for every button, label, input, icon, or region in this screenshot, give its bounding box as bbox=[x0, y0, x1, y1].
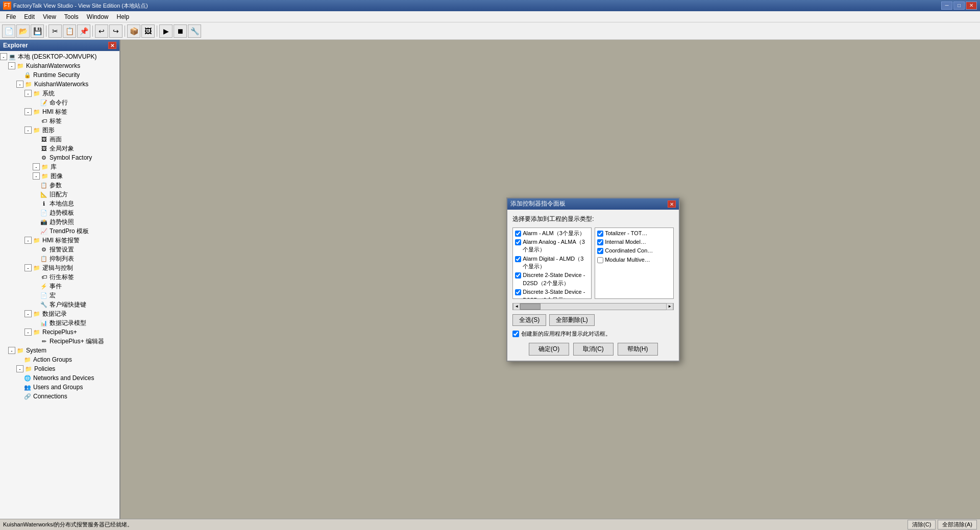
tree-item[interactable]: 📈TrendPro 模板 bbox=[0, 226, 119, 236]
help-button[interactable]: 帮助(H) bbox=[618, 343, 658, 356]
checklist-left[interactable]: Alarm - ALM（3个显示）Alarm Analog - ALMA（3个显… bbox=[512, 228, 592, 299]
select-all-button[interactable]: 全选(S) bbox=[512, 314, 546, 326]
check-item[interactable]: Internal Model… bbox=[596, 238, 672, 246]
tree-item[interactable]: -📁KuishanWaterworks bbox=[0, 61, 119, 70]
tree-toggle[interactable]: - bbox=[33, 163, 40, 170]
menu-item-view[interactable]: View bbox=[39, 12, 60, 21]
tree-item[interactable]: 🔗Connections bbox=[0, 392, 119, 401]
menu-item-help[interactable]: Help bbox=[113, 12, 134, 21]
tree-item[interactable]: 👥Users and Groups bbox=[0, 383, 119, 392]
tree-item[interactable]: -📁HMI 标签报警 bbox=[0, 236, 119, 245]
scrollbar-thumb[interactable] bbox=[520, 304, 541, 310]
check-item[interactable]: Alarm Analog - ALMA（3个显示） bbox=[514, 238, 590, 255]
tree-item[interactable]: ⚙报警设置 bbox=[0, 245, 119, 254]
cancel-button[interactable]: 取消(C) bbox=[573, 343, 614, 356]
check-item-checkbox[interactable] bbox=[597, 257, 603, 263]
new-button[interactable]: 📄 bbox=[2, 24, 15, 38]
tree-item[interactable]: -📁图形 bbox=[0, 125, 119, 135]
check-item[interactable]: Modular Multive… bbox=[596, 256, 672, 264]
tree-toggle[interactable]: - bbox=[33, 172, 40, 180]
check-item-checkbox[interactable] bbox=[515, 272, 521, 279]
check-item[interactable]: Discrete 2-State Device - D2SD（2个显示） bbox=[514, 271, 590, 288]
tree-item[interactable]: -📁数据记录 bbox=[0, 309, 119, 318]
check-item[interactable]: Alarm Digital - ALMD（3个显示） bbox=[514, 255, 590, 271]
check-item[interactable]: Totalizer - TOT… bbox=[596, 229, 672, 238]
tree-item[interactable]: 🔧客户端快捷键 bbox=[0, 300, 119, 309]
tree-toggle[interactable]: - bbox=[24, 237, 32, 244]
tree-toggle[interactable]: - bbox=[24, 127, 32, 134]
tree-toggle[interactable]: - bbox=[24, 310, 32, 317]
tree-item[interactable]: 🌐Networks and Devices bbox=[0, 373, 119, 383]
tree-item[interactable]: -📁逻辑与控制 bbox=[0, 263, 119, 272]
menu-item-edit[interactable]: Edit bbox=[20, 12, 39, 21]
tree-item[interactable]: ℹ本地信息 bbox=[0, 199, 119, 208]
tree-toggle[interactable]: - bbox=[16, 365, 23, 372]
tree-item[interactable]: 📋抑制列表 bbox=[0, 254, 119, 263]
tree-item[interactable]: -📁Policies bbox=[0, 364, 119, 373]
show-dialog-checkbox[interactable] bbox=[512, 331, 519, 337]
tree-item[interactable]: -📁系统 bbox=[0, 89, 119, 98]
tree-toggle[interactable]: - bbox=[8, 347, 15, 354]
status-clear-button[interactable]: 清除(C) bbox=[908, 520, 936, 529]
explorer-tree[interactable]: -💻本地 (DESKTOP-JOMVUPK)-📁KuishanWaterwork… bbox=[0, 51, 119, 519]
tree-item[interactable]: 🏷标签 bbox=[0, 116, 119, 125]
ok-button[interactable]: 确定(O) bbox=[529, 343, 569, 356]
copy-button[interactable]: 📋 bbox=[63, 24, 76, 38]
tree-item[interactable]: -📁库 bbox=[0, 162, 119, 171]
status-clear-all-button[interactable]: 全部清除(A) bbox=[938, 520, 977, 529]
tree-item[interactable]: ⚙Symbol Factory bbox=[0, 153, 119, 162]
tree-item[interactable]: 🔒Runtime Security bbox=[0, 70, 119, 80]
tree-item[interactable]: 🖼全局对象 bbox=[0, 144, 119, 153]
tree-toggle[interactable]: - bbox=[0, 53, 7, 60]
tree-toggle[interactable]: - bbox=[24, 264, 32, 271]
cut-button[interactable]: ✂ bbox=[48, 24, 62, 38]
check-item[interactable]: Coordinated Con… bbox=[596, 246, 672, 255]
scroll-right-arrow[interactable]: ► bbox=[666, 303, 673, 310]
check-item-checkbox[interactable] bbox=[515, 256, 521, 262]
tree-toggle[interactable]: - bbox=[8, 62, 15, 69]
stop-button[interactable]: ⏹ bbox=[174, 24, 187, 38]
properties-button[interactable]: 📦 bbox=[127, 24, 140, 38]
maximize-button[interactable]: □ bbox=[953, 2, 965, 10]
explorer-close-button[interactable]: ✕ bbox=[108, 42, 116, 49]
tree-item[interactable]: 📝命令行 bbox=[0, 98, 119, 107]
tree-toggle[interactable]: - bbox=[24, 329, 32, 336]
tree-toggle[interactable]: - bbox=[16, 81, 23, 88]
tree-item[interactable]: 📋参数 bbox=[0, 181, 119, 190]
image-button[interactable]: 🖼 bbox=[141, 24, 155, 38]
dialog-scrollbar[interactable]: ◄ ► bbox=[512, 303, 674, 310]
tree-item[interactable]: -📁图像 bbox=[0, 171, 119, 181]
tree-item[interactable]: 🖼画面 bbox=[0, 135, 119, 144]
tree-item[interactable]: 📸趋势快照 bbox=[0, 217, 119, 226]
tree-item[interactable]: ✏RecipePlus+ 编辑器 bbox=[0, 337, 119, 346]
check-item-checkbox[interactable] bbox=[597, 239, 603, 245]
dialog-close-button[interactable]: ✕ bbox=[668, 200, 676, 208]
undo-button[interactable]: ↩ bbox=[95, 24, 108, 38]
tree-toggle[interactable]: - bbox=[24, 90, 32, 97]
tree-item[interactable]: -📁System bbox=[0, 346, 119, 355]
tree-item[interactable]: 📁Action Groups bbox=[0, 355, 119, 364]
redo-button[interactable]: ↪ bbox=[109, 24, 122, 38]
tree-item[interactable]: 🏷衍生标签 bbox=[0, 272, 119, 282]
tree-item[interactable]: -💻本地 (DESKTOP-JOMVUPK) bbox=[0, 52, 119, 61]
tree-item[interactable]: 📊数据记录模型 bbox=[0, 318, 119, 327]
remove-all-button[interactable]: 全部删除(L) bbox=[549, 314, 595, 326]
check-item[interactable]: Alarm - ALM（3个显示） bbox=[514, 229, 590, 238]
menu-item-file[interactable]: File bbox=[2, 12, 20, 21]
tree-item[interactable]: ⚡事件 bbox=[0, 282, 119, 291]
save-button[interactable]: 💾 bbox=[31, 24, 44, 38]
tree-item[interactable]: 📐旧配方 bbox=[0, 190, 119, 199]
run-button[interactable]: ▶ bbox=[159, 24, 173, 38]
paste-button[interactable]: 📌 bbox=[77, 24, 90, 38]
open-button[interactable]: 📂 bbox=[16, 24, 30, 38]
check-item-checkbox[interactable] bbox=[515, 231, 521, 237]
minimize-button[interactable]: ─ bbox=[941, 2, 952, 10]
tree-item[interactable]: -📁HMI 标签 bbox=[0, 107, 119, 116]
menu-item-window[interactable]: Window bbox=[83, 12, 113, 21]
check-item-checkbox[interactable] bbox=[597, 231, 603, 237]
check-item-checkbox[interactable] bbox=[515, 239, 521, 245]
menu-item-tools[interactable]: Tools bbox=[60, 12, 83, 21]
tree-item[interactable]: 📄趋势模板 bbox=[0, 208, 119, 217]
close-button[interactable]: ✕ bbox=[966, 2, 977, 10]
checklist-right[interactable]: Totalizer - TOT…Internal Model…Coordinat… bbox=[595, 228, 674, 299]
